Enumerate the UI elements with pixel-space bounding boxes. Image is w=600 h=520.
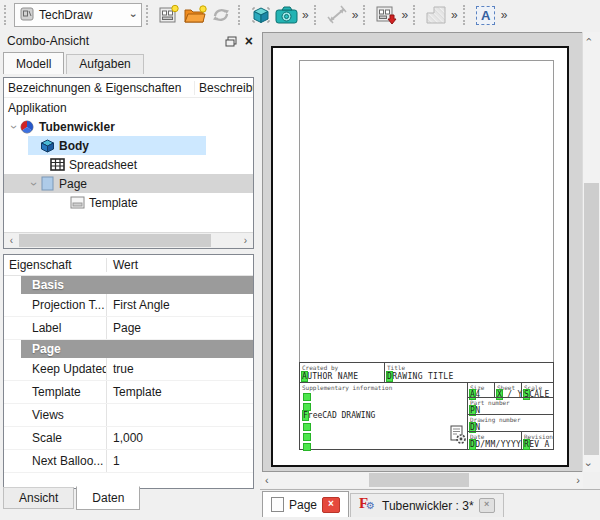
hatch-icon — [424, 4, 448, 26]
property-header: Eigenschaft Wert — [4, 255, 253, 276]
toolbar-grip[interactable] — [4, 5, 9, 25]
scroll-right-icon[interactable]: › — [238, 233, 253, 248]
template-icon — [69, 195, 85, 211]
toolbar-overflow-button[interactable]: » — [350, 8, 360, 22]
export-page-icon — [375, 4, 397, 26]
tree-column-labels: Bezeichnungen & Eigenschaften — [4, 81, 195, 95]
dimension-icon — [325, 4, 349, 26]
property-row-scale[interactable]: Scale 1,000 — [4, 427, 253, 450]
drawing-page[interactable]: Created by AUTHOR NAME Title DRAWING TIT… — [271, 46, 569, 467]
editable-field-marker[interactable] — [303, 423, 311, 431]
tree-item-spreadsheet[interactable]: Spreadsheet — [4, 155, 253, 174]
tree-item-tubenwickler[interactable]: › Tubenwickler — [4, 117, 253, 136]
supplementary-cell[interactable]: Supplementary information FreeCAD DRAWIN… — [299, 382, 468, 450]
editable-field-marker[interactable] — [303, 433, 311, 441]
tree-item-page[interactable]: › Page — [4, 174, 253, 193]
combo-view-tabs: Modell Aufgaben — [0, 52, 260, 74]
scroll-down-icon[interactable]: › — [583, 460, 594, 470]
open-template-button[interactable] — [182, 2, 208, 28]
scrollbar-thumb[interactable] — [369, 473, 469, 487]
scroll-up-icon[interactable]: › — [583, 35, 594, 45]
property-group-basis[interactable]: Basis — [4, 276, 253, 294]
editable-field-marker[interactable] — [303, 393, 311, 401]
scroll-right-icon[interactable]: › — [576, 474, 580, 486]
new-page-button[interactable] — [156, 2, 182, 28]
supplementary-text[interactable]: FreeCAD DRAWING — [303, 411, 375, 420]
body-icon — [39, 138, 55, 154]
spreadsheet-icon — [49, 157, 65, 173]
new-page-icon — [158, 4, 180, 26]
size-cell[interactable]: Size A4 — [467, 382, 495, 398]
title-cell[interactable]: Title DRAWING TITLE — [384, 362, 554, 383]
drawing-view-area: Created by AUTHOR NAME Title DRAWING TIT… — [260, 30, 600, 520]
toolbar-overflow-button[interactable]: » — [399, 8, 409, 22]
toolbar-grip[interactable] — [314, 5, 319, 25]
model-tree: Bezeichnungen & Eigenschaften Beschreibu… — [3, 77, 254, 249]
active-view-camera-icon — [274, 4, 300, 26]
tree-header: Bezeichnungen & Eigenschaften Beschreibu… — [4, 78, 253, 98]
annotation-button[interactable]: A — [473, 2, 499, 28]
vertical-scrollbar[interactable]: › › — [582, 32, 600, 472]
toolbar-grip[interactable] — [238, 5, 243, 25]
insert-view-cube-icon — [249, 4, 273, 26]
scrollbar-thumb[interactable] — [19, 234, 211, 247]
float-panel-icon[interactable] — [225, 36, 237, 47]
property-row-keep-updated[interactable]: Keep Updated true — [4, 358, 253, 381]
template-frame: Created by AUTHOR NAME Title DRAWING TIT… — [299, 60, 554, 450]
tree-item-body[interactable]: › Body — [4, 136, 253, 155]
combo-view-titlebar: Combo-Ansicht × — [0, 30, 260, 52]
active-view-button[interactable] — [274, 2, 300, 28]
property-row-next-balloon[interactable]: Next Balloo... 1 — [4, 450, 253, 473]
property-row-views[interactable]: Views — [4, 404, 253, 427]
date-cell[interactable]: Date DD/MM/YYYY — [467, 431, 522, 450]
page-document-icon — [271, 497, 284, 512]
property-row-projection-type[interactable]: Projection T... First Angle — [4, 294, 253, 317]
scale-cell[interactable]: Scale SCALE — [521, 382, 554, 398]
editable-field-marker[interactable] — [303, 443, 311, 451]
close-panel-icon[interactable]: × — [245, 34, 253, 48]
toolbar-overflow-button[interactable]: » — [499, 8, 509, 22]
tab-ansicht[interactable]: Ansicht — [3, 487, 74, 509]
scroll-left-icon[interactable]: ‹ — [4, 233, 19, 248]
tab-aufgaben[interactable]: Aufgaben — [66, 54, 143, 74]
close-tab-icon[interactable]: × — [479, 498, 495, 513]
editable-field-marker[interactable] — [303, 403, 311, 411]
drawing-number-cell[interactable]: Drawing number DN — [467, 414, 554, 432]
tab-modell[interactable]: Modell — [3, 52, 64, 74]
export-page-button[interactable] — [373, 2, 399, 28]
template-edit-cursor-icon — [449, 425, 467, 448]
horizontal-scrollbar[interactable]: ‹ › — [262, 472, 583, 488]
revision-cell[interactable]: Revision REV A — [521, 431, 554, 450]
close-tab-icon[interactable]: × — [322, 497, 340, 513]
tab-page-document[interactable]: Page × — [262, 491, 349, 517]
scroll-left-icon[interactable]: ‹ — [265, 474, 269, 486]
scrollbar-thumb[interactable] — [584, 183, 599, 455]
page-viewport[interactable]: Created by AUTHOR NAME Title DRAWING TIT… — [262, 32, 583, 472]
tree-item-template[interactable]: Template — [4, 193, 253, 212]
toolbar-overflow-button[interactable]: » — [300, 8, 310, 22]
panel-title: Combo-Ansicht — [7, 34, 217, 48]
created-by-cell[interactable]: Created by AUTHOR NAME — [299, 362, 385, 383]
property-view-tabs: Ansicht Daten — [3, 487, 142, 510]
toolbar-grip[interactable] — [146, 5, 151, 25]
tab-tubenwickler-document[interactable]: F⚙ Tubenwickler : 3* × — [350, 493, 504, 517]
sheet-cell[interactable]: Sheet X / Y — [494, 382, 522, 398]
part-number-cell[interactable]: Part number PN — [467, 397, 554, 415]
techdraw-workbench-icon — [20, 7, 34, 24]
toolbar-overflow-button[interactable]: » — [449, 8, 459, 22]
property-row-label[interactable]: Label Page — [4, 317, 253, 340]
toolbar-grip[interactable] — [463, 5, 468, 25]
tree-horizontal-scrollbar[interactable]: ‹ › — [4, 232, 253, 248]
main-toolbar: TechDraw › — [0, 0, 600, 31]
toolbar-grip[interactable] — [363, 5, 368, 25]
hatch-button — [423, 2, 449, 28]
freecad-document-icon — [19, 119, 35, 135]
tab-daten[interactable]: Daten — [76, 486, 140, 510]
property-row-template[interactable]: Template Template — [4, 381, 253, 404]
property-group-page[interactable]: Page — [4, 340, 253, 358]
workbench-selector[interactable]: TechDraw › — [14, 3, 142, 27]
insert-view-button[interactable] — [248, 2, 274, 28]
redraw-page-button[interactable] — [208, 2, 234, 28]
tree-item-applikation[interactable]: Applikation — [4, 98, 253, 117]
toolbar-grip[interactable] — [413, 5, 418, 25]
